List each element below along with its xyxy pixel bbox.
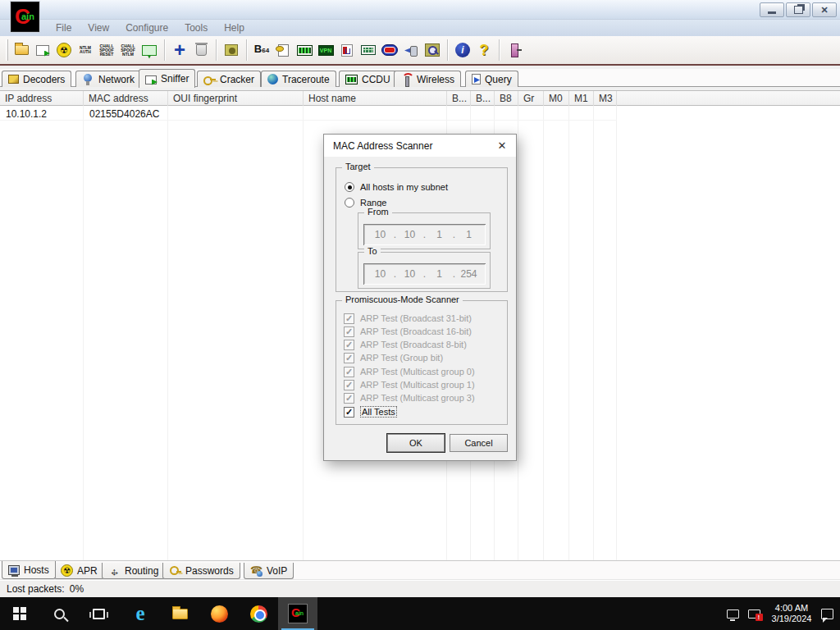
vpn-icon[interactable]: VPN: [315, 39, 336, 61]
menu-configure[interactable]: Configure: [117, 22, 176, 34]
checkbox-control[interactable]: [344, 407, 354, 418]
checkbox-control: [344, 326, 354, 337]
column-b16[interactable]: B...: [471, 91, 495, 106]
tab-hosts[interactable]: Hosts: [2, 561, 56, 579]
column-mac-address[interactable]: MAC address: [84, 91, 168, 106]
column-m3[interactable]: M3: [594, 91, 617, 106]
passwords-key-icon: [169, 565, 181, 577]
open-file-icon[interactable]: [11, 39, 32, 61]
column-m1[interactable]: M1: [569, 91, 594, 106]
hosts-icon: [8, 565, 20, 575]
maximize-button[interactable]: [786, 2, 810, 17]
checkbox-control: [344, 353, 354, 363]
target-legend: Target: [342, 162, 374, 171]
ntlm-auth-icon[interactable]: NTLMAUTH: [75, 39, 96, 61]
keypad-icon[interactable]: [358, 39, 379, 61]
tab-decoders[interactable]: Decoders: [2, 71, 71, 87]
column-b8[interactable]: B8: [495, 91, 518, 106]
mac-address-scanner-dialog: MAC Address Scanner Target All hosts in …: [323, 134, 517, 461]
tab-apr[interactable]: APR: [54, 563, 104, 579]
start-arp-poisoning-icon[interactable]: [53, 39, 75, 61]
tab-cracker[interactable]: Cracker: [197, 71, 261, 87]
tab-sniffer[interactable]: Sniffer: [139, 69, 195, 88]
task-view-icon: [93, 609, 105, 619]
checkbox-arp-broadcast-16: ARP Test (Broadcast 16-bit): [344, 326, 472, 337]
lsa-secrets-icon[interactable]: [422, 39, 443, 61]
remove-icon[interactable]: [190, 39, 212, 61]
menu-view[interactable]: View: [80, 22, 117, 34]
dialog-close-icon[interactable]: [493, 138, 511, 153]
start-button[interactable]: [0, 597, 39, 630]
table-row[interactable]: 10.10.1.2 02155D4026AC: [0, 107, 617, 121]
menu-tools[interactable]: Tools: [176, 22, 216, 34]
dialog-title-bar[interactable]: MAC Address Scanner: [324, 135, 516, 157]
toolbar-separator: [499, 39, 500, 61]
bottom-tab-bar: Hosts APR Routing Passwords VoIP: [0, 560, 840, 579]
base64-icon[interactable]: B64: [251, 39, 272, 61]
tab-ccdu[interactable]: CCDU: [339, 71, 397, 87]
taskbar-chrome-button[interactable]: [239, 597, 278, 630]
taskbar-search-button[interactable]: [39, 597, 79, 630]
lost-packets-label: Lost packets:: [7, 583, 65, 595]
from-groupbox: From 10. 10. 1. 1: [358, 212, 491, 249]
tab-network[interactable]: Network: [75, 71, 141, 87]
configure-card-icon[interactable]: [32, 39, 53, 61]
taskbar-firefox-button[interactable]: [199, 597, 239, 630]
cain-app-logo: C aín: [10, 1, 40, 33]
column-host-name[interactable]: Host name: [304, 91, 447, 106]
file-key-icon[interactable]: [272, 39, 294, 61]
checkbox-all-tests[interactable]: All Tests: [344, 406, 397, 418]
system-tray: 4:00 AM 3/19/2024: [722, 597, 840, 630]
horn-icon[interactable]: [400, 39, 422, 61]
status-bar: Lost packets: 0%: [0, 579, 840, 597]
column-ip-address[interactable]: IP address: [0, 91, 84, 106]
exit-icon[interactable]: [504, 39, 525, 61]
taskbar-clock[interactable]: 4:00 AM 3/19/2024: [765, 603, 819, 624]
notification-center-icon[interactable]: [819, 597, 840, 630]
chall-spoof-reset-icon[interactable]: CHALLSPOOFRESET: [96, 39, 117, 61]
close-button[interactable]: [812, 2, 837, 17]
task-view-button[interactable]: [79, 597, 118, 630]
tray-display-alert-icon[interactable]: [743, 597, 765, 630]
dialog-title: MAC Address Scanner: [333, 140, 432, 152]
column-oui-fingerprint[interactable]: OUI fingerprint: [168, 91, 304, 106]
tab-query[interactable]: Query: [465, 71, 518, 87]
tab-passwords[interactable]: Passwords: [162, 563, 240, 579]
taskbar-explorer-button[interactable]: [160, 597, 199, 630]
add-to-list-icon[interactable]: +: [169, 39, 190, 61]
cancel-button[interactable]: Cancel: [450, 434, 508, 452]
taskbar-ie-button[interactable]: e: [121, 597, 160, 630]
tab-voip[interactable]: VoIP: [244, 563, 294, 579]
sniffer-icon: [145, 75, 157, 84]
minimize-button[interactable]: [760, 2, 784, 17]
radio-all-hosts-control[interactable]: [345, 182, 354, 192]
tab-traceroute[interactable]: Traceroute: [261, 71, 336, 87]
taskbar-cain-button[interactable]: Caín: [278, 597, 317, 630]
checkbox-arp-multicast-1: ARP Test (Multicast group 1): [344, 379, 475, 390]
tab-routing[interactable]: Routing: [102, 563, 165, 579]
rtp-bars-icon[interactable]: [294, 39, 315, 61]
menu-file[interactable]: File: [48, 22, 80, 34]
from-legend: From: [364, 207, 392, 217]
spray-gear-icon[interactable]: [221, 39, 242, 61]
dialog-box-icon[interactable]: [139, 39, 160, 61]
to-ip-field[interactable]: 10. 10. 1. 254: [363, 263, 486, 285]
menu-help[interactable]: Help: [216, 22, 253, 34]
file-explorer-icon: [172, 609, 188, 619]
tab-wireless[interactable]: Wireless: [394, 71, 461, 87]
column-b31[interactable]: B...: [447, 91, 471, 106]
modem-icon[interactable]: [379, 39, 400, 61]
radio-all-hosts[interactable]: All hosts in my subnet: [345, 181, 448, 193]
column-m0[interactable]: M0: [544, 91, 569, 106]
ok-button[interactable]: OK: [387, 434, 445, 452]
tray-network-icon[interactable]: [722, 597, 743, 630]
chall-spoof-ntlm-icon[interactable]: CHALLSPOOFNTLM: [117, 39, 139, 61]
help-icon[interactable]: ?: [473, 39, 495, 61]
info-icon[interactable]: i: [452, 39, 473, 61]
radio-range-control[interactable]: [345, 198, 354, 208]
document-red-icon[interactable]: [336, 39, 358, 61]
from-ip-field[interactable]: 10. 10. 1. 1: [363, 224, 486, 245]
list-header: IP address MAC address OUI fingerprint H…: [0, 90, 840, 106]
toolbar-separator: [447, 39, 448, 61]
column-gr[interactable]: Gr: [518, 91, 544, 106]
